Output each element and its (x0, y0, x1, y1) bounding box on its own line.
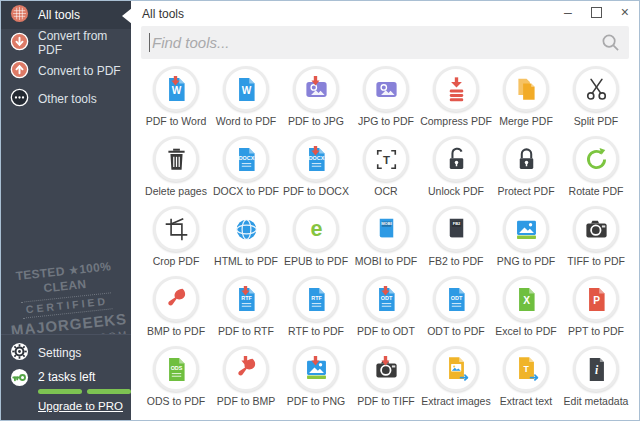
unlock-pdf-icon (433, 136, 479, 182)
svg-text:W: W (241, 85, 251, 96)
tool-label: ODS to PDF (147, 395, 205, 407)
minimize-button[interactable]: – (564, 4, 572, 20)
sidebar-item-convert-from-pdf[interactable]: Convert from PDF (1, 29, 131, 57)
tool-ppt-to-pdf[interactable]: PPPT to PDF (561, 276, 631, 346)
tool-label: Word to PDF (216, 115, 277, 127)
tool-label: PDF to TIFF (357, 395, 415, 407)
close-button[interactable]: × (621, 4, 629, 20)
tool-jpg-to-pdf[interactable]: JPG to PDF (351, 66, 421, 136)
pdf-to-bmp-icon (223, 346, 269, 392)
tool-label: TIFF to PDF (567, 255, 625, 267)
tool-odt-to-pdf[interactable]: ODTODT to PDF (421, 276, 491, 346)
tool-pdf-to-jpg[interactable]: PDF to JPG (281, 66, 351, 136)
tool-label: JPG to PDF (358, 115, 414, 127)
tool-unlock-pdf[interactable]: Unlock PDF (421, 136, 491, 206)
svg-text:W: W (171, 85, 181, 96)
search-icon[interactable] (601, 33, 620, 56)
tool-label: EPUB to PDF (284, 255, 348, 267)
tool-label: PDF to PNG (287, 395, 345, 407)
tool-merge-pdf[interactable]: Merge PDF (491, 66, 561, 136)
tool-excel-to-pdf[interactable]: XExcel to PDF (491, 276, 561, 346)
maximize-button[interactable] (591, 7, 602, 18)
tool-tiff-to-pdf[interactable]: TIFF to PDF (561, 206, 631, 276)
sidebar-item-settings[interactable]: Settings (1, 340, 131, 366)
tool-label: PDF to DOCX (283, 185, 349, 197)
title-bar: All tools – × (132, 1, 639, 24)
tool-png-to-pdf[interactable]: PNG to PDF (491, 206, 561, 276)
tool-pdf-to-bmp[interactable]: PDF to BMP (211, 346, 281, 416)
tool-extract-images[interactable]: Extract images (421, 346, 491, 416)
svg-text:P: P (593, 295, 600, 306)
svg-text:FB2: FB2 (452, 221, 460, 226)
tools-grid: WPDF to WordWWord to PDFPDF to JPGJPG to… (132, 66, 639, 416)
sidebar-item-label: Convert to PDF (38, 64, 121, 78)
tool-docx-to-pdf[interactable]: DOCXDOCX to PDF (211, 136, 281, 206)
sidebar-item-convert-to-pdf[interactable]: Convert to PDF (1, 57, 131, 85)
tool-pdf-to-rtf[interactable]: RTFPDF to RTF (211, 276, 281, 346)
tool-rotate-pdf[interactable]: Rotate PDF (561, 136, 631, 206)
tool-split-pdf[interactable]: Split PDF (561, 66, 631, 136)
protect-pdf-icon (503, 136, 549, 182)
tiff-to-pdf-icon (573, 206, 619, 252)
tool-label: Excel to PDF (495, 325, 556, 337)
svg-text:ODS: ODS (170, 365, 182, 371)
word-to-pdf-icon: W (223, 66, 269, 112)
tool-word-to-pdf[interactable]: WWord to PDF (211, 66, 281, 136)
ppt-to-pdf-icon: P (573, 276, 619, 322)
sidebar-item-all-tools[interactable]: All tools (1, 1, 131, 29)
page-title: All tools (142, 7, 184, 21)
tool-label: MOBI to PDF (355, 255, 417, 267)
dots-icon (10, 88, 29, 110)
tool-label: Protect PDF (497, 185, 554, 197)
crop-pdf-icon (153, 206, 199, 252)
tool-label: BMP to PDF (147, 325, 205, 337)
tool-html-to-pdf[interactable]: HTML to PDF (211, 206, 281, 276)
tool-extract-text[interactable]: TExtract text (491, 346, 561, 416)
rotate-pdf-icon (573, 136, 619, 182)
gear-icon (10, 342, 29, 364)
svg-text:e: e (310, 216, 322, 241)
svg-text:T: T (382, 153, 389, 165)
progress-bar (38, 389, 82, 394)
tool-pdf-to-word[interactable]: WPDF to Word (141, 66, 211, 136)
svg-text:ODT: ODT (450, 295, 462, 301)
pdf-to-jpg-icon (293, 66, 339, 112)
tool-compress-pdf[interactable]: Compress PDF (421, 66, 491, 136)
svg-text:MOBI: MOBI (381, 221, 392, 226)
tool-pdf-to-odt[interactable]: ODTPDF to ODT (351, 276, 421, 346)
html-to-pdf-icon (223, 206, 269, 252)
tool-protect-pdf[interactable]: Protect PDF (491, 136, 561, 206)
tool-bmp-to-pdf[interactable]: BMP to PDF (141, 276, 211, 346)
epub-to-pdf-icon: e (293, 206, 339, 252)
upgrade-to-pro-link[interactable]: Upgrade to PRO (38, 400, 131, 412)
tool-rtf-to-pdf[interactable]: RTFRTF to PDF (281, 276, 351, 346)
key-icon (10, 368, 29, 412)
tool-label: PNG to PDF (497, 255, 555, 267)
tool-epub-to-pdf[interactable]: eEPUB to PDF (281, 206, 351, 276)
search-input[interactable] (141, 26, 629, 59)
arrow-down-icon (10, 32, 29, 54)
tool-pdf-to-docx[interactable]: DOCXPDF to DOCX (281, 136, 351, 206)
tool-label: FB2 to PDF (429, 255, 484, 267)
tool-mobi-to-pdf[interactable]: MOBIMOBI to PDF (351, 206, 421, 276)
tool-delete-pages[interactable]: Delete pages (141, 136, 211, 206)
sidebar-item-other-tools[interactable]: Other tools (1, 85, 131, 113)
ocr-icon: T (363, 136, 409, 182)
odt-to-pdf-icon: ODT (433, 276, 479, 322)
compress-pdf-icon (433, 66, 479, 112)
sidebar-item-label: Other tools (38, 92, 97, 106)
tool-ods-to-pdf[interactable]: ODSODS to PDF (141, 346, 211, 416)
tool-fb2-to-pdf[interactable]: FB2FB2 to PDF (421, 206, 491, 276)
rtf-to-pdf-icon: RTF (293, 276, 339, 322)
tool-crop-pdf[interactable]: Crop PDF (141, 206, 211, 276)
window-controls: – × (564, 4, 629, 20)
tool-label: Extract images (421, 395, 490, 407)
tool-pdf-to-png[interactable]: PDF to PNG (281, 346, 351, 416)
tool-edit-metadata[interactable]: iEdit metadata (561, 346, 631, 416)
tool-ocr[interactable]: TOCR (351, 136, 421, 206)
tool-label: PDF to ODT (357, 325, 415, 337)
bmp-to-pdf-icon (153, 276, 199, 322)
mobi-to-pdf-icon: MOBI (363, 206, 409, 252)
svg-text:DOCX: DOCX (308, 155, 324, 161)
tool-pdf-to-tiff[interactable]: PDF to TIFF (351, 346, 421, 416)
